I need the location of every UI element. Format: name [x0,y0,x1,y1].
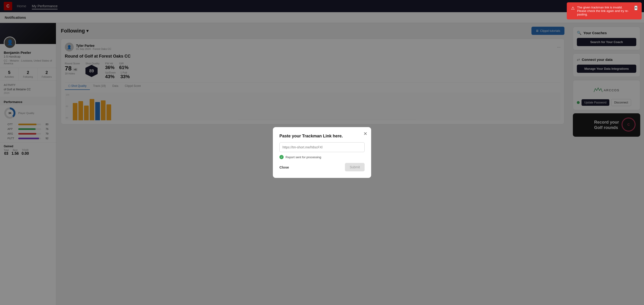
error-message: The given trackman link is invalid. Plea… [577,6,632,16]
trackman-link-input[interactable] [280,142,364,152]
modal-footer: Close Submit [280,163,364,171]
modal-overlay: Paste your Trackman Link here. ✕ ✓ Repor… [0,0,644,305]
error-toast-close[interactable]: × [634,6,638,10]
warning-icon: ⚠ [571,6,575,11]
modal-title: Paste your Trackman Link here. [280,134,364,138]
modal-close-x-button[interactable]: ✕ [364,131,368,136]
error-toast: ⚠ The given trackman link is invalid. Pl… [567,2,642,20]
modal-submit-button[interactable]: Submit [345,163,364,171]
modal-close-button[interactable]: Close [280,165,289,169]
trackman-modal: Paste your Trackman Link here. ✕ ✓ Repor… [273,127,371,178]
modal-success-message: ✓ Report sent for processing [280,155,364,159]
success-icon: ✓ [280,155,284,159]
